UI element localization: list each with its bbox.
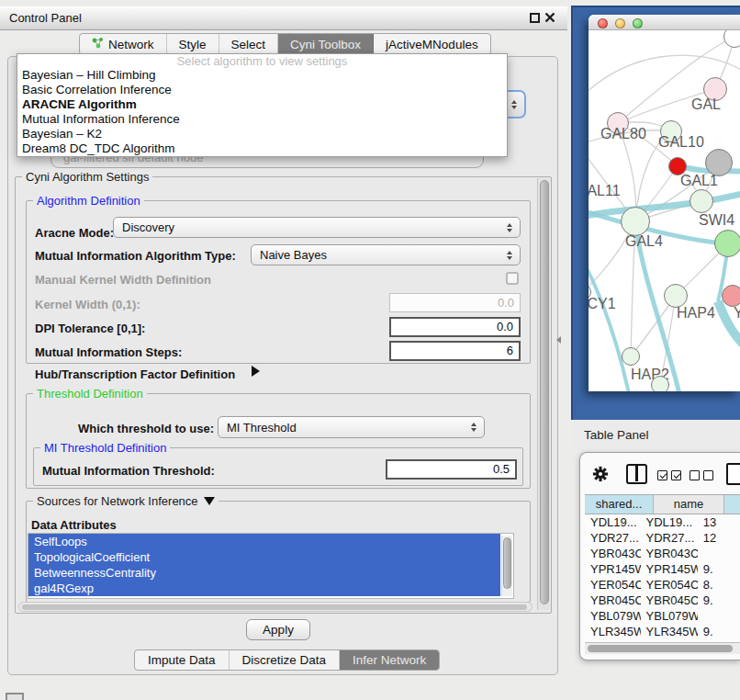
attribute-item-selfloops[interactable]: SelfLoops	[28, 534, 500, 549]
attributes-scrollbar-thumb[interactable]	[503, 537, 511, 589]
column-header-name[interactable]: name	[654, 495, 724, 514]
spinner-arrows-icon	[507, 251, 512, 260]
algorithm-option-basic-correlation-inference[interactable]: Basic Correlation Inference	[17, 83, 507, 97]
panel-splitter-handle[interactable]	[556, 336, 561, 344]
settings-horizontal-scrollbar[interactable]	[18, 602, 533, 612]
mi-steps-label: Mutual Information Steps:	[35, 345, 182, 359]
node-y[interactable]	[722, 285, 740, 307]
control-panel-titlebar	[0, 6, 567, 30]
table-row[interactable]: YBR045CYBR045C9.	[585, 593, 740, 608]
table-cell	[698, 546, 740, 561]
table-cell: YDR27...	[585, 530, 641, 546]
aracne-mode-combo[interactable]: Discovery	[113, 217, 521, 238]
float-window-icon[interactable]	[530, 13, 540, 23]
table-cell: YDL19...	[641, 514, 698, 530]
expand-arrow-icon[interactable]	[252, 366, 260, 377]
table-cell: YBR045C	[641, 593, 698, 608]
network-window-titlebar[interactable]	[589, 15, 740, 30]
manual-kernel-checkbox[interactable]	[506, 272, 519, 285]
network-canvas[interactable]: GALGAL80GAL10GAL1GAL11GAL4SWI4GCY1HAP4YH…	[589, 30, 740, 391]
tab-discretize-data[interactable]: Discretize Data	[230, 650, 341, 670]
threshold-definition-title: Threshold Definition	[33, 387, 147, 401]
tab-label: Network	[108, 38, 154, 51]
node[interactable]	[651, 376, 669, 391]
tab-style[interactable]: Style	[167, 34, 219, 54]
kernel-width-label: Kernel Width (0,1):	[35, 298, 140, 311]
table-cell: YBR043C	[641, 546, 698, 561]
table-row[interactable]: YDL19...YDL19...13	[585, 514, 740, 530]
algorithm-option-bayesian-hill-climbing[interactable]: Bayesian – Hill Climbing	[17, 68, 507, 83]
table-cell: YDR27...	[641, 530, 698, 546]
zoom-traffic-light-icon[interactable]	[633, 18, 643, 28]
tab-network[interactable]: Network	[80, 34, 167, 54]
collapse-arrow-icon[interactable]	[204, 497, 215, 505]
table-cell: YLR345W	[641, 624, 698, 639]
split-table-icon[interactable]	[626, 464, 647, 484]
network-icon	[92, 37, 104, 51]
node-label-swi4: SWI4	[699, 212, 734, 229]
tab-infer-network[interactable]: Infer Network	[340, 650, 439, 670]
node-swi4[interactable]	[714, 230, 740, 257]
mi-steps-input[interactable]: 6	[389, 341, 521, 361]
attribute-item-topologicalcoefficient[interactable]: TopologicalCoefficient	[28, 549, 500, 565]
attribute-item-betweennesscentrality[interactable]: BetweennessCentrality	[28, 565, 500, 581]
data-attributes-label: Data Attributes	[31, 518, 117, 532]
table-cell: YLR345W	[585, 624, 641, 639]
table-settings-gear-icon[interactable]	[592, 466, 609, 482]
which-threshold-combo[interactable]: MI Threshold	[218, 416, 485, 438]
algorithm-option-bayesian-k2[interactable]: Bayesian – K2	[17, 127, 507, 141]
close-icon[interactable]	[544, 12, 555, 23]
table-row[interactable]: YBR043CYBR043C	[585, 546, 740, 561]
mi-threshold-group-title: MI Threshold Definition	[40, 441, 170, 455]
close-traffic-light-icon[interactable]	[598, 18, 608, 28]
column-header-a[interactable]: A	[724, 495, 740, 514]
node-gal1[interactable]	[690, 189, 713, 213]
table-cell: YDL19...	[585, 514, 641, 530]
apply-button[interactable]: Apply	[246, 619, 310, 640]
algorithm-option-mutual-information-inference[interactable]: Mutual Information Inference	[17, 112, 507, 127]
spinner-arrows-icon	[511, 100, 517, 109]
mi-type-label: Mutual Information Algorithm Type:	[35, 249, 236, 263]
table-cell: 9.	[698, 624, 740, 639]
tab-select[interactable]: Select	[219, 34, 279, 54]
minimize-traffic-light-icon[interactable]	[615, 18, 625, 28]
table-row[interactable]: YBL079WYBL079W	[585, 608, 740, 624]
settings-group-title: Cyni Algorithm Settings	[22, 170, 152, 184]
spinner-arrows-icon	[507, 223, 512, 232]
node-label-hap4: HAP4	[677, 305, 715, 322]
node-label-gal4: GAL4	[625, 233, 663, 250]
new-table-icon[interactable]	[726, 463, 740, 485]
table-cell: YBR045C	[585, 593, 641, 608]
table-cell	[698, 608, 740, 624]
node-hap2[interactable]	[622, 347, 640, 366]
table-row[interactable]: YPR145WYPR145W9.	[585, 561, 740, 577]
table-row[interactable]: YDR27...YDR27...12	[585, 530, 740, 546]
spinner-arrows-icon	[471, 423, 477, 432]
mi-threshold-input[interactable]: 0.5	[386, 459, 517, 480]
mi-threshold-label: Mutual Information Threshold:	[42, 464, 215, 478]
tab-label: Select	[231, 38, 266, 51]
tab-label: Cyni Toolbox	[290, 38, 361, 51]
minimized-panel-icon[interactable]	[6, 693, 24, 700]
settings-vertical-scrollbar[interactable]	[537, 178, 550, 610]
table-horizontal-scrollbar[interactable]	[585, 642, 740, 654]
deselect-all-checkboxes-icon[interactable]	[690, 470, 713, 480]
table-cell: YBL079W	[641, 608, 698, 624]
data-attributes-list[interactable]: SelfLoopsTopologicalCoefficientBetweenne…	[28, 533, 514, 599]
dpi-tolerance-input[interactable]: 0.0	[389, 317, 521, 337]
attribute-item-gal4rgexp[interactable]: gal4RGexp	[28, 581, 500, 596]
mi-type-combo[interactable]: Naive Bayes	[251, 244, 521, 265]
column-header-shared[interactable]: shared...	[585, 495, 654, 514]
table-row[interactable]: YLR345WYLR345W9.	[585, 624, 740, 639]
algorithm-option-aracne-algorithm[interactable]: ARACNE Algorithm	[17, 97, 507, 112]
node-gal4[interactable]	[621, 207, 650, 236]
node-label-gal80: GAL80	[600, 126, 646, 142]
attributes-scrollbar[interactable]	[501, 536, 512, 596]
tab-impute-data[interactable]: Impute Data	[135, 650, 230, 670]
table-row[interactable]: YER054CYER054C8.	[585, 577, 740, 593]
algorithm-option-dream8-dc-tdc-algorithm[interactable]: Dream8 DC_TDC Algorithm	[17, 141, 507, 156]
tab-label: Style	[179, 38, 207, 51]
select-all-checkboxes-icon[interactable]	[657, 470, 681, 480]
tab-cyni-toolbox[interactable]: Cyni Toolbox	[278, 34, 374, 54]
tab-jactivemnodules[interactable]: jActiveMNodules	[374, 34, 490, 54]
